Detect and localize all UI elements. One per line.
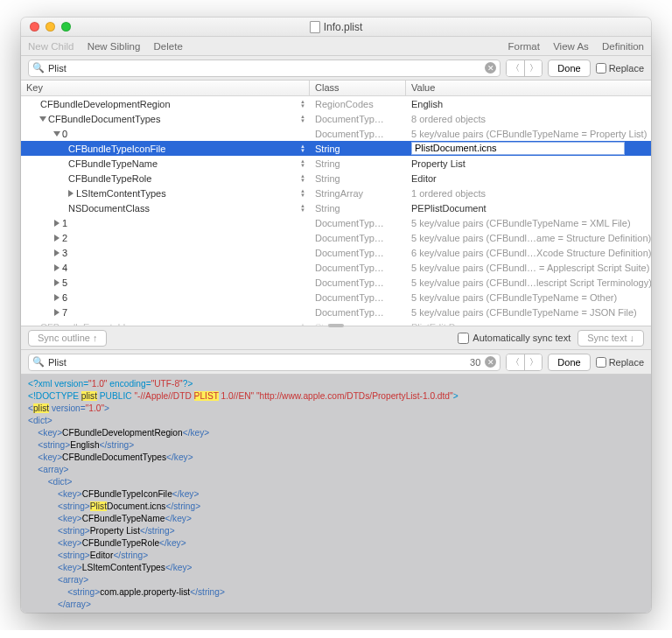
toolbar: New Child New Sibling Delete Format View…	[21, 37, 651, 56]
row-class: DocumentTyp…	[315, 292, 384, 303]
row-key: 5	[62, 277, 67, 288]
done-button[interactable]: Done	[548, 60, 590, 77]
replace-label: Replace	[609, 357, 644, 368]
row-value: 5 key/value pairs (CFBundleTypeName = Pr…	[411, 129, 647, 139]
row-value: English	[411, 99, 443, 109]
outline-row[interactable]: 4DocumentTyp…▲▼5 key/value pairs (CFBund…	[21, 260, 651, 275]
outline-row[interactable]: 2DocumentTyp…▲▼5 key/value pairs (CFBund…	[21, 230, 651, 245]
row-key: 6	[62, 292, 67, 303]
disclosure-icon[interactable]	[68, 190, 74, 197]
outline-row[interactable]: 6DocumentTyp…▲▼5 key/value pairs (CFBund…	[21, 290, 651, 305]
column-value-header[interactable]: Value	[406, 81, 651, 95]
outline-row[interactable]: CFBundleTypeRole▲▼String▲▼Editor▲▼	[21, 171, 651, 186]
clear-icon[interactable]: ✕	[485, 356, 496, 368]
outline-row[interactable]: CFBundleDocumentTypes▲▼DocumentTyp…▲▼8 o…	[21, 111, 651, 126]
source-editor[interactable]: <?xml version="1.0" encoding="UTF-8"?> <…	[21, 375, 651, 613]
disclosure-icon[interactable]	[54, 279, 60, 286]
column-class-header[interactable]: Class	[310, 81, 406, 95]
outline-row[interactable]: 7DocumentTyp…▲▼5 key/value pairs (CFBund…	[21, 305, 651, 319]
row-value: 5 key/value pairs (CFBundl…lescript Scri…	[411, 277, 651, 288]
row-key: CFBundleTypeName	[68, 158, 158, 169]
title-bar: Info.plist	[21, 18, 651, 37]
stepper-icon[interactable]: ▲▼	[300, 158, 308, 169]
app-window: Info.plist New Child New Sibling Delete …	[21, 18, 651, 613]
outline-search-field[interactable]: 🔍 Plist ✕	[28, 60, 500, 77]
row-class: DocumentTyp…	[315, 114, 384, 124]
stepper-icon[interactable]: ▲▼	[300, 203, 308, 214]
source-search-bar: 🔍 Plist 30 ✕ 〈 〉 Done Replace	[21, 350, 651, 375]
done-button[interactable]: Done	[548, 354, 590, 371]
replace-check-input[interactable]	[596, 357, 606, 368]
prev-match-button[interactable]: 〈	[507, 354, 524, 370]
match-count: 30	[470, 357, 480, 368]
disclosure-icon[interactable]	[53, 131, 60, 137]
row-class: DocumentTyp…	[315, 129, 384, 139]
row-key: CFBundleTypeIconFile	[68, 144, 165, 154]
stepper-icon[interactable]: ▲▼	[300, 188, 308, 199]
sync-text-button[interactable]: Sync text ↓	[578, 330, 644, 347]
value-edit-field[interactable]: PlistDocument.icns	[411, 142, 625, 155]
next-match-button[interactable]: 〉	[524, 60, 542, 76]
row-value: 5 key/value pairs (CFBundleTypeName = JS…	[411, 307, 637, 318]
replace-label: Replace	[609, 63, 644, 74]
row-key: 4	[62, 263, 67, 273]
outline-row[interactable]: CFBundleTypeName▲▼String▲▼Property List	[21, 156, 651, 171]
document-icon	[310, 21, 320, 33]
row-value: Editor	[411, 173, 437, 184]
outline-row[interactable]: LSItemContentTypes▲▼StringArray▲▼1 order…	[21, 186, 651, 200]
next-match-button[interactable]: 〉	[524, 354, 542, 370]
outline-row[interactable]: 0DocumentTyp…▲▼5 key/value pairs (CFBund…	[21, 126, 651, 141]
outline-row[interactable]: CFBundleTypeIconFile▲▼String▲▼PlistDocum…	[21, 141, 651, 156]
row-value: 5 key/value pairs (CFBundl…ame = Structu…	[411, 233, 651, 243]
row-class: DocumentTyp…	[315, 307, 384, 318]
disclosure-icon[interactable]	[54, 264, 60, 271]
row-value: 1 ordered objects	[411, 188, 486, 199]
outline-row[interactable]: NSDocumentClass▲▼String▲▼PEPlistDocument	[21, 200, 651, 215]
row-key: CFBundleDocumentTypes	[48, 114, 160, 124]
stepper-icon[interactable]: ▲▼	[300, 173, 308, 184]
column-key-header[interactable]: Key	[21, 81, 310, 95]
auto-sync-checkbox[interactable]: Automatically sync text	[458, 333, 570, 344]
disclosure-icon[interactable]	[39, 116, 46, 122]
sync-outline-button[interactable]: Sync outline ↑	[28, 330, 107, 347]
row-key: 2	[62, 233, 67, 243]
drag-handle-icon[interactable]	[328, 324, 344, 327]
row-class: DocumentTyp…	[315, 277, 384, 288]
replace-check-input[interactable]	[596, 63, 606, 74]
clear-icon[interactable]: ✕	[485, 62, 496, 74]
outline-row[interactable]: 5DocumentTyp…▲▼5 key/value pairs (CFBund…	[21, 275, 651, 290]
new-sibling-button[interactable]: New Sibling	[88, 41, 141, 52]
definition-menu[interactable]: Definition	[602, 41, 644, 52]
outline-header: Key Class Value	[21, 81, 651, 96]
stepper-icon[interactable]: ▲▼	[300, 114, 308, 124]
row-value: 8 ordered objects	[411, 114, 486, 124]
view-as-menu[interactable]: View As	[553, 41, 589, 52]
disclosure-icon[interactable]	[54, 309, 60, 316]
stepper-icon[interactable]: ▲▼	[300, 99, 308, 109]
disclosure-icon[interactable]	[54, 220, 60, 227]
prev-match-button[interactable]: 〈	[507, 60, 524, 76]
source-search-field[interactable]: 🔍 Plist 30 ✕	[28, 354, 500, 371]
row-value: 5 key/value pairs (CFBundleTypeName = Ot…	[411, 292, 617, 303]
format-menu[interactable]: Format	[508, 41, 540, 52]
new-child-button[interactable]: New Child	[28, 41, 74, 52]
search-nav: 〈 〉	[506, 354, 542, 371]
disclosure-icon[interactable]	[54, 294, 60, 301]
window-title: Info.plist	[324, 21, 363, 33]
disclosure-icon[interactable]	[54, 235, 60, 242]
split-divider[interactable]: Sync outline ↑ Automatically sync text S…	[21, 326, 651, 350]
search-value: Plist	[48, 357, 66, 368]
outline-view[interactable]: CFBundleDevelopmentRegion▲▼RegionCodes▲▼…	[21, 96, 651, 326]
outline-row[interactable]: CFBundleDevelopmentRegion▲▼RegionCodes▲▼…	[21, 96, 651, 111]
replace-checkbox[interactable]: Replace	[596, 357, 644, 368]
stepper-icon[interactable]: ▲▼	[300, 144, 308, 154]
auto-sync-check-input[interactable]	[458, 333, 469, 344]
outline-row[interactable]: 3DocumentTyp…▲▼6 key/value pairs (CFBund…	[21, 245, 651, 260]
replace-checkbox[interactable]: Replace	[596, 63, 644, 74]
row-class: String	[315, 158, 340, 169]
disclosure-icon[interactable]	[54, 249, 60, 256]
row-value: 6 key/value pairs (CFBundl…Xcode Structu…	[411, 248, 651, 258]
outline-row[interactable]: 1DocumentTyp…▲▼5 key/value pairs (CFBund…	[21, 215, 651, 230]
delete-button[interactable]: Delete	[154, 41, 183, 52]
row-value: 5 key/value pairs (CFBundleTypeName = XM…	[411, 218, 631, 228]
